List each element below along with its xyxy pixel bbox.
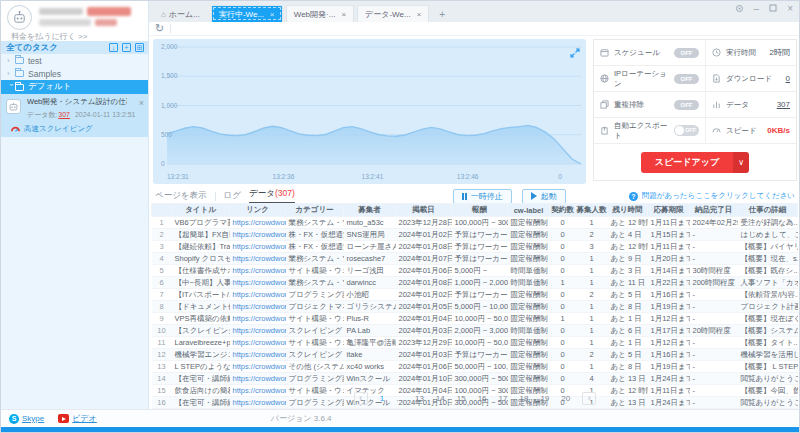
table-row[interactable]: 3【継続依頼】Trad...https://crowdwork...株・FX・仮…	[152, 241, 798, 253]
task-close-icon[interactable]: ×	[139, 98, 144, 108]
row-link[interactable]: https://crowdwork...	[233, 338, 286, 347]
table-row[interactable]: 13L STEPのようなL...https://crowdwork...その他 …	[152, 361, 798, 373]
table-cell[interactable]: https://crowdwork...	[230, 325, 286, 337]
new-task-icon[interactable]: +	[122, 43, 131, 52]
new-folder-icon[interactable]: ⊞	[135, 43, 144, 52]
close-tab-icon[interactable]: ×	[417, 10, 422, 19]
tab-show-page[interactable]: ページを表示	[155, 190, 207, 202]
expand-chart-icon[interactable]	[570, 44, 580, 62]
data-value[interactable]: 307	[777, 100, 790, 109]
refresh-icon[interactable]: ↻	[155, 23, 164, 34]
auto-export-toggle[interactable]: OFF	[674, 125, 699, 136]
table-row[interactable]: 5【仕様書作成サポ...https://crowdwork...サイト構築・ウェ…	[152, 265, 798, 277]
row-link[interactable]: https://crowdwork...	[233, 362, 286, 371]
table-cell: -	[690, 373, 738, 385]
tab-home[interactable]: ⌂ ホーム...	[153, 5, 208, 22]
table-cell[interactable]: https://crowdwork...	[230, 361, 286, 373]
tab-webdev-task[interactable]: Web開発·... ×	[286, 5, 354, 22]
table-cell[interactable]: https://crowdwork...	[230, 265, 286, 277]
table-row[interactable]: 1VB6プログラマ募...https://crowdwork...業務システム・…	[152, 217, 798, 229]
x-axis-tick: 13:2:36	[273, 173, 295, 180]
table-row[interactable]: 12機械学習エンジニ...https://crowdwork...スクレイピング…	[152, 349, 798, 361]
table-cell[interactable]: https://crowdwork...	[230, 289, 286, 301]
table-row[interactable]: 6【中~長期】人事...https://crowdwork...業務システム・ソ…	[152, 277, 798, 289]
task-item[interactable]: Web開発・システム設計の仕事・求人を探... × データ数:307 2024-…	[1, 94, 148, 137]
table-cell[interactable]: https://crowdwork...	[230, 253, 286, 265]
tab-log[interactable]: ログ	[224, 190, 241, 202]
new-tab-button[interactable]: +	[432, 5, 452, 22]
table-row[interactable]: 2【超簡単】FX自動...https://crowdwork...株・FX・仮想…	[152, 229, 798, 241]
table-cell[interactable]: https://crowdwork...	[230, 349, 286, 361]
table-row[interactable]: 7【ITパスポート/...https://crowdwork...プログラミング…	[152, 289, 798, 301]
skype-link[interactable]: S Skype	[9, 414, 44, 424]
row-link[interactable]: https://crowdwork...	[233, 242, 286, 251]
page-number[interactable]: 13	[415, 394, 424, 403]
table-row[interactable]: 14【在宅可・講師経...https://crowdwork...プログラミング…	[152, 373, 798, 385]
page-number[interactable]: 16	[478, 394, 487, 403]
row-link[interactable]: https://crowdwork...	[233, 266, 286, 275]
chevron-right-icon[interactable]: ›	[7, 56, 15, 65]
prev-page-button[interactable]: ‹	[354, 392, 368, 405]
close-tab-icon[interactable]: ×	[270, 10, 275, 19]
tab-running-task[interactable]: 実行中-We... ×	[211, 5, 283, 22]
table-cell: 0	[550, 349, 576, 361]
table-cell[interactable]: https://crowdwork...	[230, 337, 286, 349]
chevron-right-icon[interactable]: ›	[7, 69, 15, 78]
row-link[interactable]: https://crowdwork...	[233, 218, 286, 227]
table-row[interactable]: 4Shopify クロスセ...https://crowdwork...業務シス…	[152, 253, 798, 265]
row-link[interactable]: https://crowdwork...	[233, 302, 286, 311]
page-number[interactable]: 1	[380, 394, 384, 403]
video-link[interactable]: ビデオ	[58, 413, 97, 424]
page-number[interactable]: 18	[519, 394, 528, 403]
close-icon[interactable]: ×	[787, 4, 793, 15]
row-link[interactable]: https://crowdwork...	[233, 290, 286, 299]
results-table: タイトルリンクカテゴリー募集者掲載日報酬cw-label契約数募集人数残り時間応…	[151, 203, 798, 409]
row-link[interactable]: https://crowdwork...	[233, 254, 286, 263]
row-link[interactable]: https://crowdwork...	[233, 230, 286, 239]
maximize-icon[interactable]	[769, 4, 777, 15]
download-value[interactable]: 0	[786, 74, 790, 83]
settings-icon[interactable]	[735, 4, 744, 15]
row-link[interactable]: https://crowdwork...	[233, 278, 286, 287]
table-cell[interactable]: https://crowdwork...	[230, 373, 286, 385]
close-tab-icon[interactable]: ×	[341, 10, 346, 19]
pause-button[interactable]: 一時停止	[453, 189, 512, 204]
tab-data-task[interactable]: データ-We... ×	[357, 5, 429, 22]
avatar[interactable]	[7, 5, 32, 30]
table-row[interactable]: 10【スクレイピング...https://crowdwork...スクレイピング…	[152, 325, 798, 337]
row-link[interactable]: https://crowdwork...	[233, 374, 286, 383]
table-cell[interactable]: https://crowdwork...	[230, 313, 286, 325]
dedupe-off-badge[interactable]: OFF	[674, 100, 699, 110]
speedup-dropdown-icon[interactable]: ∨	[733, 152, 749, 173]
table-cell[interactable]: https://crowdwork...	[230, 229, 286, 241]
page-number[interactable]: 15	[457, 394, 466, 403]
ip-rotation-off-badge[interactable]: OFF	[674, 74, 699, 84]
import-task-icon[interactable]: ↓	[109, 43, 118, 52]
folder-test[interactable]: › test	[1, 54, 148, 67]
page-number[interactable]: 19	[540, 394, 549, 403]
table-row[interactable]: 8【ドキュメント作...https://crowdwork...プロジェクトマネ…	[152, 301, 798, 313]
start-button[interactable]: 起動	[522, 189, 566, 204]
table-cell: 予算はワーカーと...	[452, 241, 508, 253]
table-cell[interactable]: https://crowdwork...	[230, 217, 286, 229]
page-number[interactable]: 14	[436, 394, 445, 403]
table-cell[interactable]: https://crowdwork...	[230, 301, 286, 313]
next-page-button[interactable]: ›	[582, 392, 596, 405]
table-row[interactable]: 11Laravelbreeze+pa...https://crowdwork..…	[152, 337, 798, 349]
folder-default[interactable]: › デフォルト	[1, 80, 148, 94]
page-number[interactable]: 17	[499, 394, 508, 403]
row-link[interactable]: https://crowdwork...	[233, 326, 286, 335]
page-number[interactable]: 20	[561, 394, 570, 403]
row-link[interactable]: https://crowdwork...	[233, 350, 286, 359]
row-link[interactable]: https://crowdwork...	[233, 314, 286, 323]
help-link[interactable]: ? 問題があったらここをクリックしてください	[629, 191, 795, 201]
table-row[interactable]: 9VPS再構築の依頼https://crowdwork...サイト構築・ウェ..…	[152, 313, 798, 325]
minimize-icon[interactable]: –	[754, 4, 760, 15]
speedup-button[interactable]: スピードアップ ∨	[641, 152, 749, 173]
tab-data[interactable]: データ(307)	[249, 188, 295, 204]
schedule-off-badge[interactable]: OFF	[674, 48, 699, 58]
folder-samples[interactable]: › Samples	[1, 67, 148, 80]
table-cell[interactable]: https://crowdwork...	[230, 277, 286, 289]
data-count-link[interactable]: 307	[58, 111, 70, 118]
table-cell[interactable]: https://crowdwork...	[230, 241, 286, 253]
